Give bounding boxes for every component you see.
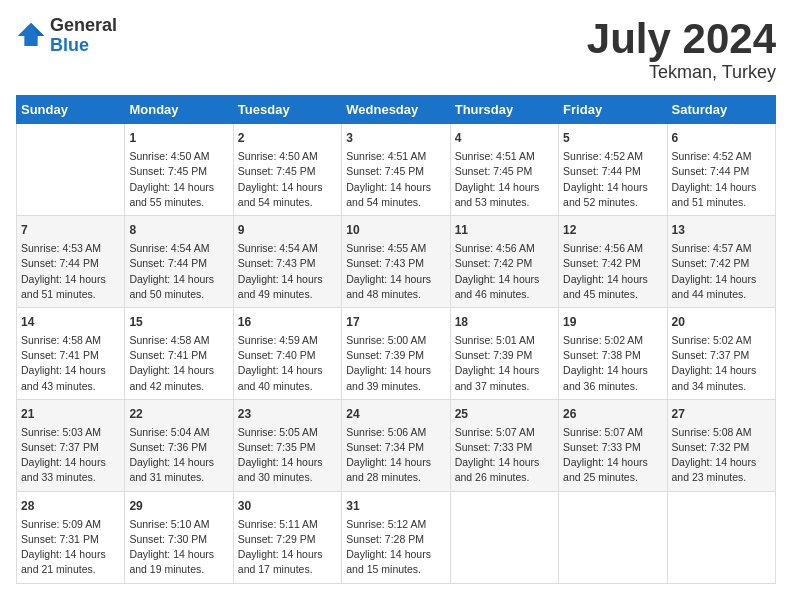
day-info: Sunrise: 5:06 AM Sunset: 7:34 PM Dayligh… <box>346 425 445 486</box>
calendar-cell: 23Sunrise: 5:05 AM Sunset: 7:35 PM Dayli… <box>233 399 341 491</box>
day-info: Sunrise: 5:11 AM Sunset: 7:29 PM Dayligh… <box>238 517 337 578</box>
calendar-cell: 8Sunrise: 4:54 AM Sunset: 7:44 PM Daylig… <box>125 216 233 308</box>
day-number: 18 <box>455 313 554 331</box>
calendar-cell: 2Sunrise: 4:50 AM Sunset: 7:45 PM Daylig… <box>233 124 341 216</box>
day-number: 9 <box>238 221 337 239</box>
location-subtitle: Tekman, Turkey <box>587 62 776 83</box>
day-number: 11 <box>455 221 554 239</box>
day-info: Sunrise: 4:54 AM Sunset: 7:43 PM Dayligh… <box>238 241 337 302</box>
day-number: 22 <box>129 405 228 423</box>
calendar-cell: 7Sunrise: 4:53 AM Sunset: 7:44 PM Daylig… <box>17 216 125 308</box>
calendar-cell: 21Sunrise: 5:03 AM Sunset: 7:37 PM Dayli… <box>17 399 125 491</box>
calendar-row: 28Sunrise: 5:09 AM Sunset: 7:31 PM Dayli… <box>17 491 776 583</box>
day-number: 5 <box>563 129 662 147</box>
calendar-row: 21Sunrise: 5:03 AM Sunset: 7:37 PM Dayli… <box>17 399 776 491</box>
day-number: 25 <box>455 405 554 423</box>
day-info: Sunrise: 4:55 AM Sunset: 7:43 PM Dayligh… <box>346 241 445 302</box>
col-header-thursday: Thursday <box>450 96 558 124</box>
day-number: 30 <box>238 497 337 515</box>
day-info: Sunrise: 4:58 AM Sunset: 7:41 PM Dayligh… <box>129 333 228 394</box>
day-info: Sunrise: 5:10 AM Sunset: 7:30 PM Dayligh… <box>129 517 228 578</box>
main-title: July 2024 <box>587 16 776 62</box>
day-info: Sunrise: 5:08 AM Sunset: 7:32 PM Dayligh… <box>672 425 771 486</box>
calendar-cell: 15Sunrise: 4:58 AM Sunset: 7:41 PM Dayli… <box>125 307 233 399</box>
col-header-tuesday: Tuesday <box>233 96 341 124</box>
col-header-monday: Monday <box>125 96 233 124</box>
calendar-row: 7Sunrise: 4:53 AM Sunset: 7:44 PM Daylig… <box>17 216 776 308</box>
day-info: Sunrise: 5:04 AM Sunset: 7:36 PM Dayligh… <box>129 425 228 486</box>
day-info: Sunrise: 4:54 AM Sunset: 7:44 PM Dayligh… <box>129 241 228 302</box>
calendar-cell: 22Sunrise: 5:04 AM Sunset: 7:36 PM Dayli… <box>125 399 233 491</box>
day-number: 8 <box>129 221 228 239</box>
day-number: 7 <box>21 221 120 239</box>
calendar-cell: 25Sunrise: 5:07 AM Sunset: 7:33 PM Dayli… <box>450 399 558 491</box>
day-info: Sunrise: 5:00 AM Sunset: 7:39 PM Dayligh… <box>346 333 445 394</box>
calendar-cell: 26Sunrise: 5:07 AM Sunset: 7:33 PM Dayli… <box>559 399 667 491</box>
day-number: 31 <box>346 497 445 515</box>
col-header-friday: Friday <box>559 96 667 124</box>
day-info: Sunrise: 4:56 AM Sunset: 7:42 PM Dayligh… <box>455 241 554 302</box>
calendar-row: 14Sunrise: 4:58 AM Sunset: 7:41 PM Dayli… <box>17 307 776 399</box>
day-number: 3 <box>346 129 445 147</box>
day-info: Sunrise: 5:02 AM Sunset: 7:37 PM Dayligh… <box>672 333 771 394</box>
calendar-cell: 3Sunrise: 4:51 AM Sunset: 7:45 PM Daylig… <box>342 124 450 216</box>
day-number: 4 <box>455 129 554 147</box>
calendar-cell <box>559 491 667 583</box>
col-header-sunday: Sunday <box>17 96 125 124</box>
day-number: 12 <box>563 221 662 239</box>
day-info: Sunrise: 4:51 AM Sunset: 7:45 PM Dayligh… <box>455 149 554 210</box>
calendar-cell: 9Sunrise: 4:54 AM Sunset: 7:43 PM Daylig… <box>233 216 341 308</box>
day-number: 10 <box>346 221 445 239</box>
day-number: 19 <box>563 313 662 331</box>
calendar-cell <box>667 491 775 583</box>
calendar-cell: 19Sunrise: 5:02 AM Sunset: 7:38 PM Dayli… <box>559 307 667 399</box>
calendar-cell: 16Sunrise: 4:59 AM Sunset: 7:40 PM Dayli… <box>233 307 341 399</box>
day-info: Sunrise: 4:52 AM Sunset: 7:44 PM Dayligh… <box>672 149 771 210</box>
day-info: Sunrise: 4:51 AM Sunset: 7:45 PM Dayligh… <box>346 149 445 210</box>
day-info: Sunrise: 5:07 AM Sunset: 7:33 PM Dayligh… <box>563 425 662 486</box>
day-info: Sunrise: 4:50 AM Sunset: 7:45 PM Dayligh… <box>129 149 228 210</box>
day-info: Sunrise: 4:58 AM Sunset: 7:41 PM Dayligh… <box>21 333 120 394</box>
title-area: July 2024 Tekman, Turkey <box>587 16 776 83</box>
day-number: 2 <box>238 129 337 147</box>
calendar-cell: 30Sunrise: 5:11 AM Sunset: 7:29 PM Dayli… <box>233 491 341 583</box>
calendar-cell: 17Sunrise: 5:00 AM Sunset: 7:39 PM Dayli… <box>342 307 450 399</box>
logo-general-text: General <box>50 16 117 36</box>
logo-blue-text: Blue <box>50 36 117 56</box>
day-info: Sunrise: 5:01 AM Sunset: 7:39 PM Dayligh… <box>455 333 554 394</box>
day-info: Sunrise: 4:56 AM Sunset: 7:42 PM Dayligh… <box>563 241 662 302</box>
day-info: Sunrise: 5:12 AM Sunset: 7:28 PM Dayligh… <box>346 517 445 578</box>
day-number: 26 <box>563 405 662 423</box>
day-number: 24 <box>346 405 445 423</box>
day-number: 29 <box>129 497 228 515</box>
day-number: 15 <box>129 313 228 331</box>
day-info: Sunrise: 4:59 AM Sunset: 7:40 PM Dayligh… <box>238 333 337 394</box>
calendar-cell <box>17 124 125 216</box>
calendar-cell: 12Sunrise: 4:56 AM Sunset: 7:42 PM Dayli… <box>559 216 667 308</box>
day-info: Sunrise: 4:57 AM Sunset: 7:42 PM Dayligh… <box>672 241 771 302</box>
calendar-cell: 29Sunrise: 5:10 AM Sunset: 7:30 PM Dayli… <box>125 491 233 583</box>
day-number: 16 <box>238 313 337 331</box>
calendar-cell: 6Sunrise: 4:52 AM Sunset: 7:44 PM Daylig… <box>667 124 775 216</box>
day-number: 14 <box>21 313 120 331</box>
calendar-cell: 13Sunrise: 4:57 AM Sunset: 7:42 PM Dayli… <box>667 216 775 308</box>
calendar-cell: 18Sunrise: 5:01 AM Sunset: 7:39 PM Dayli… <box>450 307 558 399</box>
calendar-table: SundayMondayTuesdayWednesdayThursdayFrid… <box>16 95 776 583</box>
logo: General Blue <box>16 16 117 56</box>
day-info: Sunrise: 5:02 AM Sunset: 7:38 PM Dayligh… <box>563 333 662 394</box>
calendar-row: 1Sunrise: 4:50 AM Sunset: 7:45 PM Daylig… <box>17 124 776 216</box>
day-info: Sunrise: 5:03 AM Sunset: 7:37 PM Dayligh… <box>21 425 120 486</box>
day-number: 23 <box>238 405 337 423</box>
calendar-cell: 24Sunrise: 5:06 AM Sunset: 7:34 PM Dayli… <box>342 399 450 491</box>
day-number: 20 <box>672 313 771 331</box>
logo-icon <box>16 21 46 51</box>
day-info: Sunrise: 4:50 AM Sunset: 7:45 PM Dayligh… <box>238 149 337 210</box>
calendar-cell: 31Sunrise: 5:12 AM Sunset: 7:28 PM Dayli… <box>342 491 450 583</box>
header: General Blue July 2024 Tekman, Turkey <box>16 16 776 83</box>
calendar-cell: 1Sunrise: 4:50 AM Sunset: 7:45 PM Daylig… <box>125 124 233 216</box>
calendar-cell: 11Sunrise: 4:56 AM Sunset: 7:42 PM Dayli… <box>450 216 558 308</box>
calendar-cell <box>450 491 558 583</box>
day-number: 1 <box>129 129 228 147</box>
day-info: Sunrise: 5:09 AM Sunset: 7:31 PM Dayligh… <box>21 517 120 578</box>
day-number: 6 <box>672 129 771 147</box>
